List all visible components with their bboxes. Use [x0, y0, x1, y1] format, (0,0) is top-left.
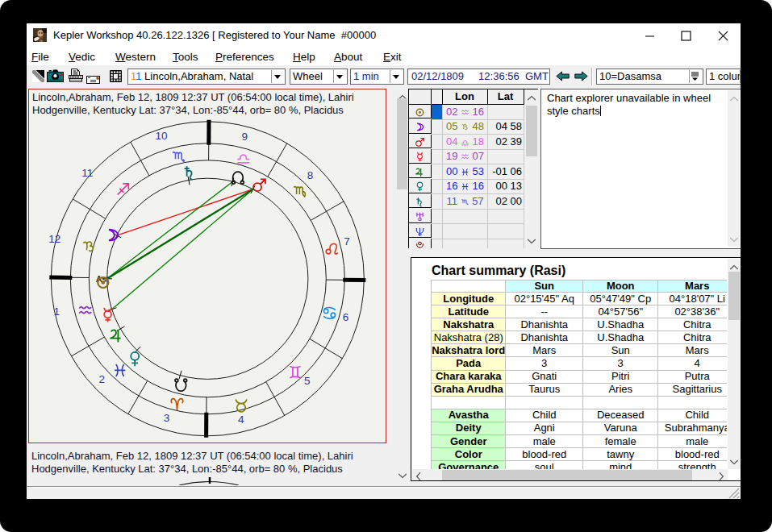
svg-text:3: 3	[164, 412, 170, 424]
svg-text:7: 7	[344, 235, 350, 247]
svg-text:10: 10	[156, 130, 168, 142]
svg-text:9: 9	[241, 131, 248, 143]
svg-text:2: 2	[99, 373, 106, 385]
svg-text:4: 4	[238, 414, 244, 426]
svg-text:11: 11	[81, 167, 93, 179]
svg-text:12: 12	[48, 233, 61, 245]
svg-text:1: 1	[53, 305, 60, 318]
svg-text:6: 6	[343, 311, 349, 323]
svg-text:8: 8	[307, 169, 314, 181]
svg-text:5: 5	[304, 375, 311, 387]
